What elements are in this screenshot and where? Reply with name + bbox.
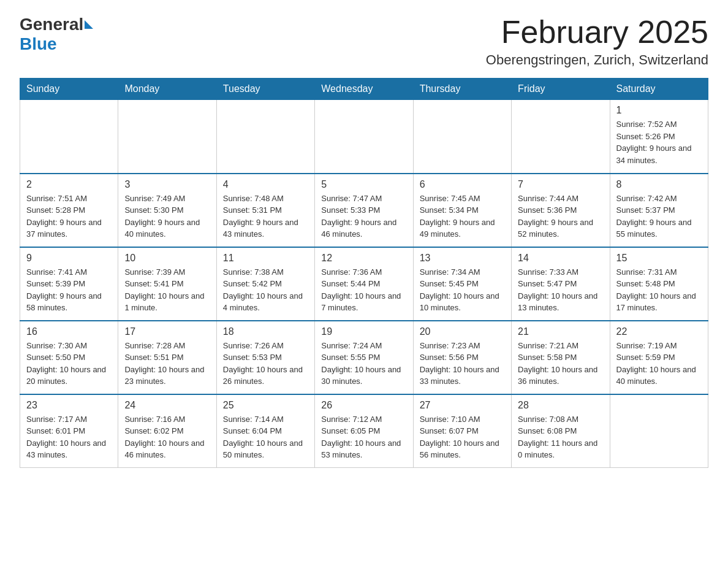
day-info: Sunrise: 7:51 AMSunset: 5:28 PMDaylight:… — [26, 193, 112, 240]
calendar-cell: 13Sunrise: 7:34 AMSunset: 5:45 PMDayligh… — [413, 247, 511, 321]
calendar-cell: 4Sunrise: 7:48 AMSunset: 5:31 PMDaylight… — [216, 174, 314, 247]
day-info: Sunrise: 7:44 AMSunset: 5:36 PMDaylight:… — [518, 193, 603, 240]
day-info: Sunrise: 7:34 AMSunset: 5:45 PMDaylight:… — [420, 266, 505, 314]
day-info: Sunrise: 7:45 AMSunset: 5:34 PMDaylight:… — [420, 193, 505, 240]
day-number: 8 — [616, 179, 702, 190]
logo-arrow-icon — [85, 20, 93, 29]
calendar-cell — [610, 394, 708, 468]
header-thursday: Thursday — [413, 79, 511, 100]
calendar-cell: 20Sunrise: 7:23 AMSunset: 5:56 PMDayligh… — [413, 321, 511, 394]
day-info: Sunrise: 7:16 AMSunset: 6:02 PMDaylight:… — [124, 413, 210, 461]
calendar-cell: 22Sunrise: 7:19 AMSunset: 5:59 PMDayligh… — [610, 321, 708, 394]
calendar-cell — [512, 100, 610, 174]
calendar-cell — [216, 100, 314, 174]
day-info: Sunrise: 7:39 AMSunset: 5:41 PMDaylight:… — [124, 266, 210, 314]
calendar-cell: 15Sunrise: 7:31 AMSunset: 5:48 PMDayligh… — [610, 247, 708, 321]
calendar-cell: 11Sunrise: 7:38 AMSunset: 5:42 PMDayligh… — [216, 247, 314, 321]
calendar-cell: 6Sunrise: 7:45 AMSunset: 5:34 PMDaylight… — [413, 174, 511, 247]
day-number: 5 — [321, 179, 406, 190]
day-number: 24 — [124, 400, 210, 411]
calendar-week-row: 1Sunrise: 7:52 AMSunset: 5:26 PMDaylight… — [20, 100, 708, 174]
header-wednesday: Wednesday — [315, 79, 413, 100]
calendar-cell: 12Sunrise: 7:36 AMSunset: 5:44 PMDayligh… — [315, 247, 413, 321]
day-number: 20 — [420, 326, 505, 337]
calendar-cell: 21Sunrise: 7:21 AMSunset: 5:58 PMDayligh… — [512, 321, 610, 394]
calendar-header-row: SundayMondayTuesdayWednesdayThursdayFrid… — [20, 79, 708, 100]
calendar-cell: 10Sunrise: 7:39 AMSunset: 5:41 PMDayligh… — [118, 247, 216, 321]
day-number: 14 — [518, 253, 603, 264]
day-number: 18 — [223, 326, 308, 337]
day-info: Sunrise: 7:23 AMSunset: 5:56 PMDaylight:… — [420, 340, 505, 388]
day-number: 22 — [616, 326, 702, 337]
calendar-week-row: 2Sunrise: 7:51 AMSunset: 5:28 PMDaylight… — [20, 174, 708, 247]
day-info: Sunrise: 7:19 AMSunset: 5:59 PMDaylight:… — [616, 340, 702, 388]
day-number: 7 — [518, 179, 603, 190]
calendar-cell: 5Sunrise: 7:47 AMSunset: 5:33 PMDaylight… — [315, 174, 413, 247]
logo: General Blue — [20, 15, 94, 54]
calendar-table: SundayMondayTuesdayWednesdayThursdayFrid… — [20, 78, 708, 468]
day-info: Sunrise: 7:14 AMSunset: 6:04 PMDaylight:… — [223, 413, 308, 461]
calendar-cell: 8Sunrise: 7:42 AMSunset: 5:37 PMDaylight… — [610, 174, 708, 247]
day-info: Sunrise: 7:49 AMSunset: 5:30 PMDaylight:… — [124, 193, 210, 240]
day-info: Sunrise: 7:31 AMSunset: 5:48 PMDaylight:… — [616, 266, 702, 314]
day-number: 16 — [26, 326, 112, 337]
day-number: 17 — [124, 326, 210, 337]
calendar-cell: 23Sunrise: 7:17 AMSunset: 6:01 PMDayligh… — [20, 394, 118, 468]
logo-general-text: General — [20, 15, 83, 34]
location: Oberengstringen, Zurich, Switzerland — [486, 52, 708, 68]
calendar-cell — [118, 100, 216, 174]
calendar-cell: 9Sunrise: 7:41 AMSunset: 5:39 PMDaylight… — [20, 247, 118, 321]
day-number: 27 — [420, 400, 505, 411]
day-info: Sunrise: 7:48 AMSunset: 5:31 PMDaylight:… — [223, 193, 308, 240]
day-info: Sunrise: 7:30 AMSunset: 5:50 PMDaylight:… — [26, 340, 112, 388]
day-info: Sunrise: 7:28 AMSunset: 5:51 PMDaylight:… — [124, 340, 210, 388]
calendar-cell: 16Sunrise: 7:30 AMSunset: 5:50 PMDayligh… — [20, 321, 118, 394]
day-number: 25 — [223, 400, 308, 411]
calendar-cell — [20, 100, 118, 174]
day-number: 26 — [321, 400, 406, 411]
calendar-cell — [413, 100, 511, 174]
day-info: Sunrise: 7:38 AMSunset: 5:42 PMDaylight:… — [223, 266, 308, 314]
calendar-cell: 26Sunrise: 7:12 AMSunset: 6:05 PMDayligh… — [315, 394, 413, 468]
day-info: Sunrise: 7:42 AMSunset: 5:37 PMDaylight:… — [616, 193, 702, 240]
day-number: 11 — [223, 253, 308, 264]
day-info: Sunrise: 7:41 AMSunset: 5:39 PMDaylight:… — [26, 266, 112, 314]
logo-blue-text: Blue — [20, 34, 57, 54]
calendar-cell: 28Sunrise: 7:08 AMSunset: 6:08 PMDayligh… — [512, 394, 610, 468]
calendar-cell: 2Sunrise: 7:51 AMSunset: 5:28 PMDaylight… — [20, 174, 118, 247]
header-monday: Monday — [118, 79, 216, 100]
calendar-cell: 24Sunrise: 7:16 AMSunset: 6:02 PMDayligh… — [118, 394, 216, 468]
header-saturday: Saturday — [610, 79, 708, 100]
month-title: February 2025 — [486, 15, 708, 50]
calendar-cell: 14Sunrise: 7:33 AMSunset: 5:47 PMDayligh… — [512, 247, 610, 321]
calendar-week-row: 16Sunrise: 7:30 AMSunset: 5:50 PMDayligh… — [20, 321, 708, 394]
calendar-cell: 3Sunrise: 7:49 AMSunset: 5:30 PMDaylight… — [118, 174, 216, 247]
day-info: Sunrise: 7:21 AMSunset: 5:58 PMDaylight:… — [518, 340, 603, 388]
calendar-week-row: 9Sunrise: 7:41 AMSunset: 5:39 PMDaylight… — [20, 247, 708, 321]
day-info: Sunrise: 7:36 AMSunset: 5:44 PMDaylight:… — [321, 266, 406, 314]
day-number: 6 — [420, 179, 505, 190]
page-header: General Blue February 2025 Oberengstring… — [20, 15, 708, 68]
day-number: 9 — [26, 253, 112, 264]
day-info: Sunrise: 7:17 AMSunset: 6:01 PMDaylight:… — [26, 413, 112, 461]
header-tuesday: Tuesday — [216, 79, 314, 100]
day-info: Sunrise: 7:33 AMSunset: 5:47 PMDaylight:… — [518, 266, 603, 314]
day-number: 13 — [420, 253, 505, 264]
day-number: 21 — [518, 326, 603, 337]
day-info: Sunrise: 7:08 AMSunset: 6:08 PMDaylight:… — [518, 413, 603, 461]
header-friday: Friday — [512, 79, 610, 100]
title-section: February 2025 Oberengstringen, Zurich, S… — [486, 15, 708, 68]
day-info: Sunrise: 7:10 AMSunset: 6:07 PMDaylight:… — [420, 413, 505, 461]
calendar-week-row: 23Sunrise: 7:17 AMSunset: 6:01 PMDayligh… — [20, 394, 708, 468]
day-number: 28 — [518, 400, 603, 411]
day-number: 12 — [321, 253, 406, 264]
day-number: 10 — [124, 253, 210, 264]
calendar-cell: 18Sunrise: 7:26 AMSunset: 5:53 PMDayligh… — [216, 321, 314, 394]
header-sunday: Sunday — [20, 79, 118, 100]
day-info: Sunrise: 7:24 AMSunset: 5:55 PMDaylight:… — [321, 340, 406, 388]
day-number: 1 — [616, 105, 702, 116]
calendar-cell: 27Sunrise: 7:10 AMSunset: 6:07 PMDayligh… — [413, 394, 511, 468]
day-number: 3 — [124, 179, 210, 190]
day-number: 15 — [616, 253, 702, 264]
day-info: Sunrise: 7:12 AMSunset: 6:05 PMDaylight:… — [321, 413, 406, 461]
